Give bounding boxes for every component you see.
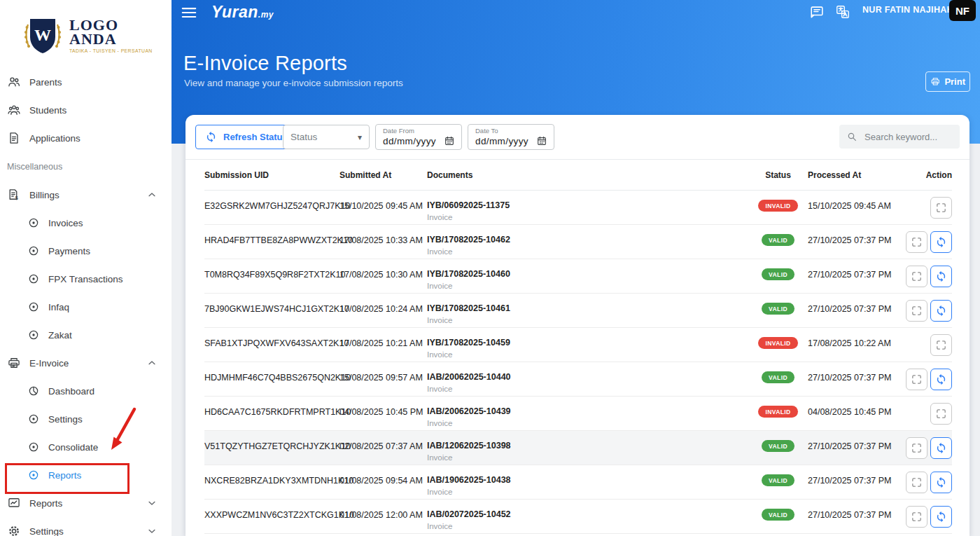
expand-button[interactable] <box>930 403 952 425</box>
translate-icon[interactable] <box>835 4 850 20</box>
document-number[interactable]: IYB/17082025-10462 <box>427 225 748 245</box>
search-box <box>839 125 960 149</box>
column-header-action: Action <box>906 170 952 180</box>
document-number[interactable]: IAB/02072025-10452 <box>427 500 748 519</box>
logo-text: LOGO ANDA TADIKA - TUISYEN - PERSATUAN <box>69 18 153 53</box>
submission-uid: T0M8RQ34F89X5Q9R8F2TXT2K10 <box>204 259 340 293</box>
print-button[interactable]: Print <box>925 71 970 92</box>
refresh-icon <box>935 511 947 523</box>
submission-uid: E32GSRK2WM7GHJZ5247QRJ7K10 <box>204 191 340 224</box>
status-badge: VALID <box>762 509 794 521</box>
expand-button[interactable] <box>930 197 952 219</box>
sidebar-item-settings[interactable]: Settings <box>0 517 172 536</box>
expand-icon <box>911 476 923 488</box>
expand-icon <box>911 270 923 282</box>
calendar-icon <box>444 135 455 146</box>
reports-card: Refresh Status Status ▾ Date From dd/mm/… <box>186 115 969 536</box>
logo-name-line2: ANDA <box>69 32 153 46</box>
document-number[interactable]: IAB/12062025-10398 <box>427 431 748 451</box>
document-number[interactable]: IAB/20062025-10439 <box>427 397 748 416</box>
expand-button[interactable] <box>906 231 927 253</box>
submitted-at: 01/08/2025 09:54 AM <box>340 465 427 499</box>
status-badge: VALID <box>762 440 794 452</box>
status-badge: INVALID <box>758 337 797 349</box>
sidebar-item-einvoice[interactable]: E-Invoice <box>0 349 172 377</box>
document-number[interactable]: IAB/19062025-10438 <box>427 465 748 485</box>
refresh-row-button[interactable] <box>930 300 952 322</box>
sidebar-item-applications[interactable]: Applications <box>0 124 172 152</box>
expand-icon <box>935 408 947 420</box>
refresh-row-button[interactable] <box>930 369 952 390</box>
expand-button[interactable] <box>906 472 927 493</box>
refresh-icon <box>205 131 217 143</box>
sidebar-item-students[interactable]: Students <box>0 96 172 124</box>
date-to-field[interactable]: Date To dd/mm/yyyy <box>468 124 554 150</box>
processed-at: 04/08/2025 10:45 PM <box>808 397 906 430</box>
date-from-field[interactable]: Date From dd/mm/yyyy <box>375 124 462 150</box>
document-type: Invoice <box>427 282 748 290</box>
chevron-up-icon <box>146 357 158 369</box>
status-badge: VALID <box>762 474 794 486</box>
refresh-icon <box>935 476 947 488</box>
refresh-row-button[interactable] <box>930 506 952 528</box>
sidebar-item-einvoice-consolidate[interactable]: Consolidate <box>0 433 172 461</box>
avatar[interactable]: NF <box>949 0 976 21</box>
submission-uid: HD6CAA7C1675RKDFRTMPRT1K10 <box>204 397 340 430</box>
table-row: T0M8RQ34F89X5Q9R8F2TXT2K10 17/08/2025 10… <box>204 259 952 294</box>
expand-button[interactable] <box>906 437 927 459</box>
reports-table: Submission UID Submitted At Documents St… <box>186 160 969 534</box>
refresh-icon <box>935 373 947 385</box>
refresh-row-button[interactable] <box>930 472 952 493</box>
refresh-row-button[interactable] <box>930 231 952 253</box>
sidebar-item-reports[interactable]: Reports <box>0 489 172 517</box>
radio-icon <box>27 273 40 285</box>
sidebar-item-fpx-transactions[interactable]: FPX Transactions <box>0 265 172 293</box>
submitted-at: 17/08/2025 10:21 AM <box>340 328 427 362</box>
document-type: Invoice <box>427 522 748 530</box>
app-logo[interactable]: Yuran.my <box>211 3 274 22</box>
school-logo[interactable]: W LOGO ANDA TADIKA - TUISYEN - PERSATUAN <box>0 0 172 68</box>
menu-icon[interactable] <box>180 4 198 22</box>
search-input[interactable] <box>863 131 953 143</box>
sidebar-item-einvoice-settings[interactable]: Settings <box>0 405 172 433</box>
column-header-uid: Submission UID <box>204 170 340 180</box>
document-number[interactable]: IYB/17082025-10461 <box>427 294 748 313</box>
column-header-documents: Documents <box>427 170 748 180</box>
sidebar-item-zakat[interactable]: Zakat <box>0 321 172 349</box>
document-number[interactable]: IYB/17082025-10460 <box>427 259 748 279</box>
status-badge: VALID <box>762 371 794 383</box>
sidebar-item-billings[interactable]: Billings <box>0 181 172 209</box>
expand-button[interactable] <box>906 369 927 390</box>
processed-at: 27/10/2025 07:37 PM <box>808 225 906 259</box>
sidebar-item-payments[interactable]: Payments <box>0 237 172 265</box>
submitted-at: 04/08/2025 10:45 PM <box>340 397 427 430</box>
search-icon <box>846 131 858 142</box>
document-number[interactable]: IYB/06092025-11375 <box>427 191 748 210</box>
table-row: HDJMHMF46C7Q4BBS2675QN2K10 15/08/2025 09… <box>204 362 952 397</box>
expand-icon <box>911 305 923 317</box>
status-badge: VALID <box>762 234 794 246</box>
logo-tagline: TADIKA - TUISYEN - PERSATUAN <box>69 48 153 53</box>
refresh-icon <box>935 270 947 282</box>
table-row: V51TQZYTHGZ7ETQRCHJYZK1K10 02/08/2025 07… <box>204 431 952 465</box>
dropdown-arrow-icon: ▾ <box>358 132 362 142</box>
sidebar-item-einvoice-reports[interactable]: Reports <box>0 461 172 489</box>
processed-at: 17/08/2025 10:22 AM <box>808 328 906 362</box>
refresh-row-button[interactable] <box>930 437 952 459</box>
column-header-submitted: Submitted At <box>340 170 427 180</box>
expand-button[interactable] <box>906 266 927 287</box>
refresh-row-button[interactable] <box>930 266 952 287</box>
status-filter-select[interactable]: Status ▾ <box>283 125 370 149</box>
sidebar-item-einvoice-dashboard[interactable]: Dashboard <box>0 377 172 405</box>
document-number[interactable]: IYB/17082025-10459 <box>427 328 748 348</box>
sidebar-item-infaq[interactable]: Infaq <box>0 293 172 321</box>
expand-button[interactable] <box>906 506 927 528</box>
sidebar-item-invoices[interactable]: Invoices <box>0 209 172 237</box>
expand-button[interactable] <box>930 334 952 356</box>
refresh-status-button[interactable]: Refresh Status <box>195 125 298 149</box>
chat-icon[interactable] <box>809 4 825 20</box>
document-number[interactable]: IAB/20062025-10440 <box>427 362 748 382</box>
expand-button[interactable] <box>906 300 927 322</box>
sidebar-item-parents[interactable]: Parents <box>0 68 172 96</box>
status-badge: INVALID <box>758 406 797 418</box>
